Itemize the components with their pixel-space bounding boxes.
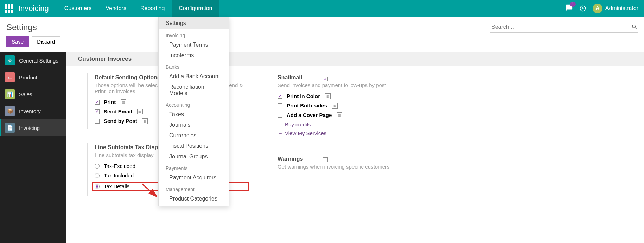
checkbox-coverpage[interactable] (278, 113, 282, 118)
svg-line-0 (142, 184, 157, 197)
opt-label: Tax-Excluded (104, 163, 135, 169)
sidebar-item-label: Invoicing (19, 125, 40, 131)
checkbox-email[interactable] (95, 109, 100, 114)
app-name[interactable]: Invoicing (18, 4, 49, 13)
radio-tax-excluded[interactable] (95, 164, 100, 169)
topbar-right: 1 A Administrator (565, 4, 644, 13)
dd-add-bank[interactable]: Add a Bank Account (159, 71, 229, 82)
avatar: A (593, 4, 602, 13)
user-name: Administrator (605, 5, 638, 12)
opt-label: Send Email (104, 109, 132, 114)
section-heading: Customer Invoices (66, 52, 644, 66)
dd-header-invoicing: Invoicing (159, 29, 229, 40)
dev-icon[interactable] (332, 103, 338, 109)
dev-icon[interactable] (121, 99, 126, 105)
configuration-dropdown: Settings Invoicing Payment Terms Incoter… (158, 17, 229, 206)
save-button[interactable]: Save (6, 36, 29, 47)
radio-tax-included[interactable] (95, 173, 100, 178)
dev-icon[interactable] (325, 93, 331, 99)
block-title: Snailmail (278, 74, 418, 81)
nav-customers[interactable]: Customers (57, 0, 98, 17)
opt-label: Tax-Included (104, 172, 134, 178)
sidebar-item-general[interactable]: ⚙General Settings (0, 52, 66, 69)
link-buy-credits[interactable]: →Buy credits (278, 121, 418, 127)
block-desc: Send invoices and payment follow-ups by … (278, 82, 418, 88)
chart-icon: 📊 (5, 89, 15, 99)
arrow-icon: → (278, 130, 283, 136)
opt-label: Add a Cover Page (287, 112, 332, 118)
gear-icon: ⚙ (5, 55, 15, 65)
action-buttons: Save Discard (0, 36, 644, 52)
nav-vendors[interactable]: Vendors (98, 0, 133, 17)
block-desc: Get warnings when invoicing specific cus… (278, 164, 418, 170)
search-input[interactable] (490, 22, 631, 32)
opt-label: Print Both sides (287, 103, 327, 109)
opt-label: Print (104, 99, 116, 105)
clock-icon[interactable] (579, 5, 586, 12)
dd-header-management: Management (159, 183, 229, 193)
checkbox-warnings-enable[interactable] (323, 157, 328, 162)
radio-tax-details[interactable] (95, 184, 100, 189)
chat-icon[interactable]: 1 (565, 4, 573, 13)
sidebar-item-label: Sales (19, 91, 32, 97)
checkbox-snailmail-enable[interactable] (323, 77, 328, 81)
user-menu[interactable]: A Administrator (593, 4, 638, 13)
checkbox-color[interactable] (278, 94, 282, 99)
dd-payment-terms[interactable]: Payment Terms (159, 40, 229, 50)
checkbox-print[interactable] (95, 100, 100, 105)
dev-icon[interactable] (142, 118, 148, 124)
block-snailmail: Snailmail Send invoices and payment foll… (270, 73, 418, 140)
dev-icon[interactable] (337, 112, 342, 118)
dd-header-payments: Payments (159, 162, 229, 172)
settings-content: Customer Invoices Default Sending Option… (66, 52, 644, 243)
dd-header-banks: Banks (159, 61, 229, 71)
nav-items: Customers Vendors Reporting Configuratio… (57, 0, 219, 17)
dd-jgroups[interactable]: Journal Groups (159, 151, 229, 162)
dd-currencies[interactable]: Currencies (159, 130, 229, 141)
dd-header-accounting: Accounting (159, 99, 229, 109)
opt-label: Print In Color (287, 93, 320, 99)
notification-badge: 1 (570, 2, 576, 7)
opt-label: Tax Details (104, 183, 129, 189)
checkbox-bothsides[interactable] (278, 103, 282, 108)
search-icon[interactable] (631, 24, 638, 30)
sidebar-item-label: General Settings (19, 58, 58, 64)
nav-reporting[interactable]: Reporting (133, 0, 172, 17)
sidebar-item-invoicing[interactable]: 📄Invoicing (0, 119, 66, 136)
nav-configuration[interactable]: Configuration (172, 0, 219, 17)
sidebar-item-label: Inventory (19, 108, 41, 114)
dd-fiscal[interactable]: Fiscal Positions (159, 141, 229, 151)
discard-button[interactable]: Discard (32, 36, 60, 47)
sidebar-item-label: Product (19, 74, 37, 80)
annotation-arrow (140, 182, 161, 199)
apps-icon[interactable] (5, 4, 13, 13)
block-warnings: Warnings Get warnings when invoicing spe… (270, 155, 418, 176)
sidebar-item-product[interactable]: 🏷Product (0, 69, 66, 86)
dd-journals[interactable]: Journals (159, 120, 229, 130)
checkbox-post[interactable] (95, 119, 100, 124)
search-box[interactable] (490, 22, 638, 33)
block-title: Warnings (278, 156, 418, 162)
link-view-services[interactable]: →View My Services (278, 130, 418, 136)
sidebar-item-sales[interactable]: 📊Sales (0, 86, 66, 103)
page-title: Settings (6, 22, 37, 32)
invoice-icon: 📄 (5, 123, 15, 133)
top-navbar: Invoicing Customers Vendors Reporting Co… (0, 0, 644, 17)
dd-incoterms[interactable]: Incoterms (159, 50, 229, 61)
tag-icon: 🏷 (5, 72, 15, 82)
dd-acquirers[interactable]: Payment Acquirers (159, 172, 229, 183)
dd-product-categories[interactable]: Product Categories (159, 193, 229, 204)
box-icon: 📦 (5, 106, 15, 116)
dev-icon[interactable] (137, 109, 143, 114)
arrow-icon: → (278, 121, 283, 127)
dd-taxes[interactable]: Taxes (159, 109, 229, 120)
subheader: Settings (0, 17, 644, 36)
sidebar-item-inventory[interactable]: 📦Inventory (0, 103, 66, 119)
settings-sidebar: ⚙General Settings 🏷Product 📊Sales 📦Inven… (0, 52, 66, 243)
dd-recon[interactable]: Reconciliation Models (159, 82, 229, 99)
dd-settings[interactable]: Settings (159, 17, 229, 29)
opt-label: Send by Post (104, 118, 137, 124)
